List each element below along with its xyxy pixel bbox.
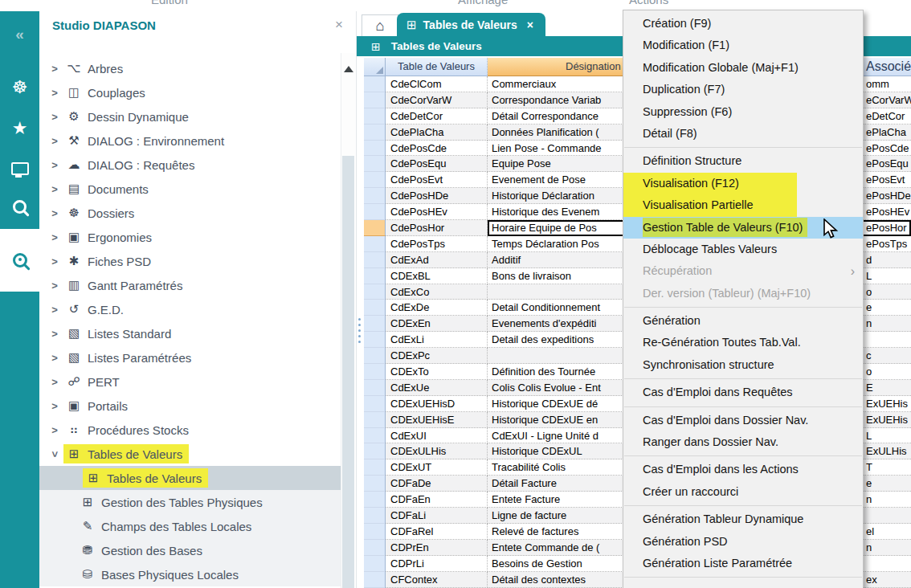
menu-item[interactable]: Génération Tableur Dynamique [623, 508, 863, 530]
menu-item[interactable]: Génération [623, 310, 863, 332]
menu-item[interactable]: Visualisation Partielle [623, 194, 863, 216]
row-selector[interactable] [364, 141, 386, 157]
menu-item[interactable]: Génération PSD [623, 531, 863, 553]
cell-table-de-valeurs[interactable]: CDFaLi [386, 508, 488, 524]
tree-item[interactable]: >▤Documents [39, 177, 341, 201]
row-selector[interactable] [364, 508, 386, 524]
cell-table-de-valeurs[interactable]: CDExUEHisD [386, 396, 488, 412]
row-selector[interactable] [364, 204, 386, 220]
chevron-right-icon[interactable]: > [49, 376, 60, 388]
cell-table-de-valeurs[interactable]: CDExUEHisE [386, 412, 488, 428]
menu-item[interactable]: Ranger dans Dossier Nav. [623, 431, 863, 453]
menubar-item-actions[interactable]: Actions [629, 0, 668, 6]
row-selector[interactable] [364, 396, 386, 412]
row-selector[interactable] [364, 108, 386, 125]
menubar-item-edition[interactable]: Edition [151, 0, 188, 6]
menu-item[interactable]: Déblocage Tables Valeurs [623, 239, 863, 260]
menu-item[interactable]: Détail (F8) [623, 123, 863, 145]
cell-table-de-valeurs[interactable]: CDPrLi [386, 556, 488, 572]
row-selector[interactable] [364, 412, 386, 428]
sidebar-item-monitor[interactable] [0, 155, 39, 182]
row-selector[interactable] [364, 572, 386, 588]
row-selector[interactable] [364, 364, 386, 380]
tree-item[interactable]: >▧Listes Standard [39, 321, 341, 345]
tab-tables-de-valeurs[interactable]: ⊞ Tables de Valeurs × [397, 13, 545, 36]
tree-item[interactable]: >⠶Procédures Stocks [39, 418, 341, 442]
chevron-right-icon[interactable]: > [49, 352, 60, 364]
menu-item[interactable]: Suppression (F6) [623, 101, 863, 123]
tree-item[interactable]: >⊞Tables de Valeurs [39, 442, 341, 466]
cell-table-de-valeurs[interactable]: CDFaRel [386, 524, 488, 540]
row-selector[interactable] [364, 556, 386, 572]
tree-item[interactable]: ✎Champs des Tables Locales [39, 514, 341, 538]
tree-item[interactable]: >◫Couplages [39, 80, 341, 104]
cell-table-de-valeurs[interactable]: CdePosEqu [386, 156, 488, 172]
scroll-up-icon[interactable] [344, 66, 353, 72]
tree-item[interactable]: ⊞Tables de Valeurs [39, 466, 341, 490]
row-selector[interactable] [364, 443, 386, 459]
cell-table-de-valeurs[interactable]: CDExPc [386, 348, 488, 364]
sidebar-item-wheel[interactable]: ☸ [0, 74, 39, 101]
row-selector[interactable] [364, 92, 386, 108]
cell-table-de-valeurs[interactable]: CdExUI [386, 428, 488, 444]
menu-item[interactable]: Cas d'Emploi dans les Actions [623, 459, 863, 480]
row-selector[interactable] [364, 492, 386, 508]
row-selector[interactable] [364, 76, 386, 92]
chevron-right-icon[interactable]: > [49, 111, 60, 123]
chevron-down-icon[interactable]: > [49, 448, 61, 459]
row-selector[interactable] [364, 459, 386, 476]
row-selector[interactable] [364, 348, 386, 364]
chevron-right-icon[interactable]: > [49, 135, 60, 147]
cell-table-de-valeurs[interactable]: CdePosTps [386, 236, 488, 252]
row-selector[interactable] [364, 380, 386, 396]
chevron-right-icon[interactable]: > [49, 424, 60, 436]
menu-item[interactable]: Synchronisation structure [623, 354, 863, 376]
menu-item[interactable]: Génération Liste Paramétrée [623, 553, 863, 574]
row-selector[interactable] [364, 268, 386, 284]
menubar-item-affichage[interactable]: Affichage [458, 0, 508, 6]
menu-item[interactable]: Visualisation (F12) [623, 173, 863, 194]
sidebar-item-search[interactable] [0, 193, 39, 220]
cell-table-de-valeurs[interactable]: CdePosHor [386, 220, 488, 236]
sidebar-item-location-search[interactable] [0, 229, 39, 292]
menu-item[interactable]: Modification (F1) [623, 35, 863, 56]
tree-item[interactable]: ⛁Bases Physiques Locales [39, 562, 341, 586]
cell-table-de-valeurs[interactable]: CdExUe [386, 380, 488, 396]
chevron-right-icon[interactable]: > [49, 231, 60, 243]
cell-table-de-valeurs[interactable]: CdePlaCha [386, 125, 488, 141]
menu-item[interactable]: Définition Structure [623, 150, 863, 172]
cell-table-de-valeurs[interactable]: CDExBL [386, 268, 488, 284]
cell-table-de-valeurs[interactable]: CDExULHis [386, 443, 488, 459]
menu-item[interactable]: Gestion Table de Valeurs (F10) [623, 217, 863, 239]
row-selector[interactable] [364, 428, 386, 444]
chevron-right-icon[interactable]: > [49, 207, 60, 219]
cell-table-de-valeurs[interactable]: CdePosEvt [386, 172, 488, 188]
row-selector[interactable] [364, 172, 386, 188]
tree-item[interactable]: >☸Dossiers [39, 201, 341, 225]
cell-table-de-valeurs[interactable]: CdeClCom [386, 76, 488, 92]
chevron-right-icon[interactable]: > [49, 304, 60, 316]
chevron-right-icon[interactable]: > [49, 328, 60, 340]
cell-table-de-valeurs[interactable]: CDExUT [386, 459, 488, 476]
cell-table-de-valeurs[interactable]: CDFaDe [386, 476, 488, 492]
cell-table-de-valeurs[interactable]: CdExDe [386, 300, 488, 316]
cell-table-de-valeurs[interactable]: CdePosHEv [386, 204, 488, 220]
select-all-corner[interactable] [364, 58, 386, 76]
column-header-table-de-valeurs[interactable]: Table de Valeurs [386, 58, 488, 76]
row-selector[interactable] [364, 284, 386, 300]
tree-item[interactable]: >✱Fiches PSD [39, 249, 341, 273]
menu-item[interactable]: Créer un raccourci [623, 481, 863, 503]
row-selector[interactable] [364, 125, 386, 141]
close-tab-icon[interactable]: × [527, 18, 533, 31]
tree-item[interactable]: >☁DIALOG : Requêtes [39, 153, 341, 177]
row-selector[interactable] [364, 300, 386, 316]
cell-table-de-valeurs[interactable]: CDPrEn [386, 540, 488, 556]
cell-table-de-valeurs[interactable]: CdeDetCor [386, 108, 488, 125]
chevron-right-icon[interactable]: > [49, 87, 60, 99]
row-selector[interactable] [364, 236, 386, 252]
cell-table-de-valeurs[interactable]: CDFaEn [386, 492, 488, 508]
row-selector[interactable] [364, 524, 386, 540]
cell-table-de-valeurs[interactable]: CDExEn [386, 316, 488, 332]
sidebar-item-star[interactable]: ★ [0, 115, 39, 142]
menu-item[interactable]: Cas d'Emploi dans Dossier Nav. [623, 410, 863, 431]
